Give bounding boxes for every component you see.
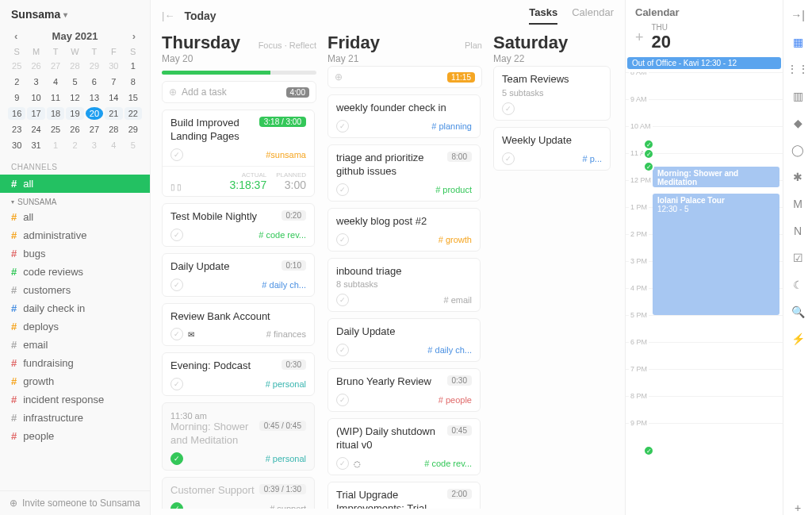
task-card[interactable]: Team Reviews5 subtasks ✓ — [493, 66, 611, 121]
mini-cal-day[interactable]: 1 — [47, 139, 64, 152]
mini-cal-day[interactable]: 26 — [66, 123, 83, 136]
task-check-icon[interactable]: ✓ — [170, 279, 183, 291]
mini-cal-day[interactable]: 16 — [8, 107, 25, 120]
trello-icon[interactable]: ▥ — [791, 89, 805, 103]
tab-calendar[interactable]: Calendar — [572, 6, 614, 25]
mini-cal-day[interactable]: 5 — [124, 139, 142, 152]
invite-link[interactable]: ⊕ Invite someone to Sunsama — [0, 490, 150, 515]
today-label[interactable]: Today — [184, 10, 216, 22]
mini-cal-day[interactable]: 2 — [66, 139, 83, 152]
task-check-icon[interactable]: ✓ — [170, 229, 183, 241]
zap-icon[interactable]: ⚡ — [791, 332, 805, 346]
task-check-icon[interactable]: ✓ — [170, 328, 183, 340]
add-integration-button[interactable]: + — [791, 501, 805, 515]
mini-cal-day[interactable]: 30 — [8, 139, 25, 152]
mini-cal-day[interactable]: 3 — [86, 139, 103, 152]
mini-cal-day[interactable]: 27 — [86, 123, 103, 136]
mini-cal-day[interactable]: 3 — [27, 75, 44, 88]
slack-icon[interactable]: ✱ — [791, 170, 805, 184]
task-check-icon[interactable]: ✓ — [170, 378, 183, 390]
mini-cal-day[interactable]: 6 — [86, 75, 103, 88]
channel-incident-response[interactable]: #incident response — [0, 390, 150, 409]
todoist-icon[interactable]: ☑ — [791, 251, 805, 265]
mini-cal-day[interactable]: 22 — [124, 107, 142, 120]
channel-bugs[interactable]: #bugs — [0, 244, 150, 263]
task-card[interactable]: Bruno Yearly Review0:30 ✓# people — [327, 368, 481, 412]
mini-cal-day[interactable]: 18 — [47, 107, 64, 120]
add-task-input[interactable]: ⊕ Add a task 4:00 — [162, 81, 316, 103]
task-channel-tag[interactable]: # daily ch... — [262, 280, 306, 290]
channel-email[interactable]: #email — [0, 336, 150, 354]
task-card[interactable]: Review Bank Account ✓✉︎# finances — [162, 303, 315, 347]
mini-cal-day[interactable]: 10 — [27, 91, 44, 104]
channel-daily-check-in[interactable]: #daily check in — [0, 299, 150, 317]
task-channel-tag[interactable]: # growth — [439, 235, 472, 244]
mini-cal-day[interactable]: 4 — [105, 139, 122, 152]
task-channel-tag[interactable]: # p... — [583, 154, 602, 163]
mini-cal-day[interactable]: 2 — [8, 75, 25, 88]
calendar-event[interactable]: Iolani Palace Tour12:30 - 5 — [653, 194, 779, 315]
task-check-icon[interactable]: ✓ — [336, 233, 349, 246]
task-card[interactable]: Test Mobile Nightly0:20 ✓# code rev... — [162, 203, 315, 247]
task-card[interactable]: inbound triage8 subtasks ✓# email — [327, 258, 481, 313]
task-card[interactable]: 11:30 am Morning: Shower and Meditation0… — [162, 402, 315, 471]
channel-growth[interactable]: #growth — [0, 372, 150, 390]
mini-cal-day[interactable]: 29 — [86, 60, 103, 72]
task-check-icon[interactable]: ✓ — [170, 148, 183, 161]
task-bubble-icon[interactable]: ✓ — [643, 161, 654, 172]
task-card[interactable]: weekly founder check in ✓# planning — [327, 94, 481, 138]
mini-cal-day[interactable]: 19 — [66, 107, 83, 120]
add-task-input[interactable]: ⊕ 11:15 — [327, 66, 482, 88]
mini-cal-day[interactable]: 4 — [47, 75, 64, 88]
mini-cal-day[interactable]: 11 — [47, 91, 64, 104]
task-card[interactable]: weekly blog post #2 ✓# growth — [327, 208, 481, 252]
mini-cal-day[interactable]: 15 — [124, 91, 142, 104]
notion-icon[interactable]: N — [791, 224, 805, 238]
channel-infrastructure[interactable]: #infrastructure — [0, 409, 150, 427]
mini-cal-day[interactable]: 7 — [105, 75, 122, 88]
gmail-icon[interactable]: M — [791, 197, 805, 211]
channel-code-reviews[interactable]: #code reviews — [0, 263, 150, 281]
channel-customers[interactable]: #customers — [0, 281, 150, 299]
task-check-icon[interactable]: ✓ — [170, 452, 183, 465]
hour-row[interactable]: 8 AM — [626, 72, 783, 99]
task-channel-tag[interactable]: # people — [439, 395, 472, 405]
task-channel-tag[interactable]: # finances — [266, 329, 306, 339]
channel-all[interactable]: #all — [0, 208, 150, 226]
mini-cal-day[interactable]: 21 — [105, 107, 122, 120]
calendar-timeline[interactable]: 8 AM9 AM10 AM11 AM12 PM1 PM2 PM3 PM4 PM5… — [626, 72, 783, 515]
task-card[interactable]: Customer Support0:39 / 1:30 ✓# support — [162, 477, 315, 509]
task-check-icon[interactable]: ✓ — [336, 183, 349, 196]
task-channel-tag[interactable]: # product — [435, 185, 472, 194]
mini-cal-day[interactable]: 28 — [66, 60, 83, 72]
gcal-icon[interactable]: ▦ — [791, 35, 805, 49]
channel-all-selected[interactable]: # all — [0, 175, 150, 193]
day-actions[interactable]: Focus · Reflect — [259, 40, 316, 50]
hour-row[interactable]: 7 PM — [626, 369, 783, 396]
channel-group-header[interactable]: ▾ SUNSAMA — [0, 193, 150, 208]
task-channel-tag[interactable]: # code rev... — [259, 230, 306, 240]
mini-cal-day[interactable]: 17 — [27, 107, 44, 120]
task-check-icon[interactable]: ✓ — [502, 152, 515, 165]
hour-row[interactable]: 8 PM — [626, 396, 783, 423]
task-check-icon[interactable]: ✓ — [336, 344, 349, 356]
task-channel-tag[interactable]: # personal — [266, 379, 306, 389]
timer-controls-icon[interactable]: ▯▯ — [170, 183, 183, 191]
mini-cal-day[interactable]: 12 — [66, 91, 83, 104]
task-card[interactable]: Weekly Update ✓# p... — [493, 127, 611, 171]
mini-cal-day[interactable]: 29 — [124, 123, 142, 136]
mini-cal-day[interactable]: 14 — [105, 91, 122, 104]
task-channel-tag[interactable]: # personal — [266, 454, 306, 463]
task-card[interactable]: (WIP) Daily shutdown ritual v00:45 ✓◌# c… — [327, 418, 481, 475]
task-card[interactable]: Daily Update0:10 ✓# daily ch... — [162, 253, 315, 297]
mini-cal-day[interactable]: 23 — [8, 123, 25, 136]
tab-tasks[interactable]: Tasks — [529, 6, 557, 25]
moon-icon[interactable]: ☾ — [791, 278, 805, 292]
task-channel-tag[interactable]: # planning — [431, 121, 472, 131]
calendar-event[interactable]: Morning: Shower and Meditation11:30 - 12… — [653, 167, 779, 187]
task-channel-tag[interactable]: # code rev... — [424, 459, 472, 468]
mini-cal-day[interactable]: 9 — [8, 91, 25, 104]
search-icon[interactable]: 🔍 — [791, 305, 805, 319]
task-channel-tag[interactable]: # daily ch... — [427, 345, 472, 355]
mini-cal-day[interactable]: 25 — [8, 60, 25, 72]
